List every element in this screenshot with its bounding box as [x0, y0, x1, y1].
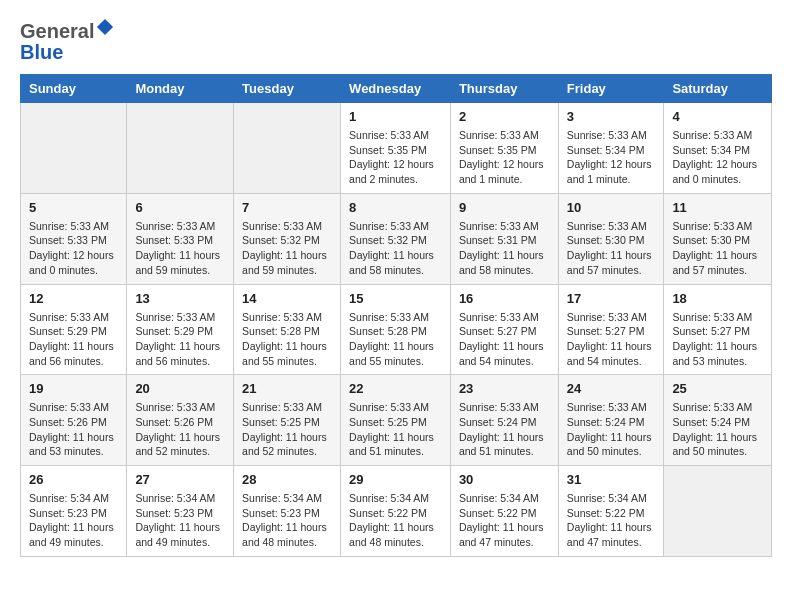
daylight-text: Daylight: 11 hours and 50 minutes.	[567, 430, 656, 459]
sunset-text: Sunset: 5:24 PM	[672, 415, 763, 430]
sunset-text: Sunset: 5:23 PM	[242, 506, 332, 521]
calendar-cell	[127, 103, 234, 194]
daylight-text: Daylight: 11 hours and 47 minutes.	[567, 520, 656, 549]
day-info: Sunrise: 5:33 AMSunset: 5:25 PMDaylight:…	[242, 400, 332, 459]
day-info: Sunrise: 5:33 AMSunset: 5:35 PMDaylight:…	[349, 128, 442, 187]
day-info: Sunrise: 5:33 AMSunset: 5:24 PMDaylight:…	[567, 400, 656, 459]
sunset-text: Sunset: 5:29 PM	[29, 324, 118, 339]
calendar-cell: 28Sunrise: 5:34 AMSunset: 5:23 PMDayligh…	[234, 466, 341, 557]
day-info: Sunrise: 5:33 AMSunset: 5:29 PMDaylight:…	[29, 310, 118, 369]
sunset-text: Sunset: 5:26 PM	[29, 415, 118, 430]
sunrise-text: Sunrise: 5:34 AM	[135, 491, 225, 506]
day-info: Sunrise: 5:34 AMSunset: 5:22 PMDaylight:…	[567, 491, 656, 550]
day-info: Sunrise: 5:33 AMSunset: 5:28 PMDaylight:…	[242, 310, 332, 369]
calendar-cell: 21Sunrise: 5:33 AMSunset: 5:25 PMDayligh…	[234, 375, 341, 466]
day-number: 10	[567, 200, 656, 215]
day-number: 31	[567, 472, 656, 487]
sunrise-text: Sunrise: 5:33 AM	[29, 219, 118, 234]
day-info: Sunrise: 5:34 AMSunset: 5:23 PMDaylight:…	[29, 491, 118, 550]
day-number: 24	[567, 381, 656, 396]
day-number: 27	[135, 472, 225, 487]
day-number: 14	[242, 291, 332, 306]
day-number: 17	[567, 291, 656, 306]
calendar-week-row: 1Sunrise: 5:33 AMSunset: 5:35 PMDaylight…	[21, 103, 772, 194]
calendar-week-row: 5Sunrise: 5:33 AMSunset: 5:33 PMDaylight…	[21, 193, 772, 284]
day-number: 28	[242, 472, 332, 487]
day-number: 7	[242, 200, 332, 215]
daylight-text: Daylight: 12 hours and 2 minutes.	[349, 157, 442, 186]
sunrise-text: Sunrise: 5:33 AM	[349, 310, 442, 325]
logo: General Blue	[20, 20, 114, 64]
sunset-text: Sunset: 5:24 PM	[567, 415, 656, 430]
calendar-cell: 4Sunrise: 5:33 AMSunset: 5:34 PMDaylight…	[664, 103, 772, 194]
daylight-text: Daylight: 11 hours and 59 minutes.	[242, 248, 332, 277]
day-number: 2	[459, 109, 550, 124]
sunrise-text: Sunrise: 5:34 AM	[349, 491, 442, 506]
day-info: Sunrise: 5:33 AMSunset: 5:27 PMDaylight:…	[459, 310, 550, 369]
sunset-text: Sunset: 5:22 PM	[459, 506, 550, 521]
calendar-cell: 25Sunrise: 5:33 AMSunset: 5:24 PMDayligh…	[664, 375, 772, 466]
calendar-cell: 2Sunrise: 5:33 AMSunset: 5:35 PMDaylight…	[450, 103, 558, 194]
daylight-text: Daylight: 11 hours and 52 minutes.	[242, 430, 332, 459]
calendar-cell: 16Sunrise: 5:33 AMSunset: 5:27 PMDayligh…	[450, 284, 558, 375]
day-info: Sunrise: 5:33 AMSunset: 5:28 PMDaylight:…	[349, 310, 442, 369]
daylight-text: Daylight: 11 hours and 51 minutes.	[459, 430, 550, 459]
sunrise-text: Sunrise: 5:34 AM	[459, 491, 550, 506]
calendar-header-row: SundayMondayTuesdayWednesdayThursdayFrid…	[21, 75, 772, 103]
daylight-text: Daylight: 11 hours and 56 minutes.	[135, 339, 225, 368]
sunrise-text: Sunrise: 5:34 AM	[242, 491, 332, 506]
day-info: Sunrise: 5:33 AMSunset: 5:32 PMDaylight:…	[242, 219, 332, 278]
day-info: Sunrise: 5:33 AMSunset: 5:34 PMDaylight:…	[672, 128, 763, 187]
sunset-text: Sunset: 5:29 PM	[135, 324, 225, 339]
sunrise-text: Sunrise: 5:33 AM	[459, 310, 550, 325]
calendar-cell: 15Sunrise: 5:33 AMSunset: 5:28 PMDayligh…	[341, 284, 451, 375]
sunset-text: Sunset: 5:32 PM	[349, 233, 442, 248]
day-number: 30	[459, 472, 550, 487]
day-number: 4	[672, 109, 763, 124]
calendar-cell: 19Sunrise: 5:33 AMSunset: 5:26 PMDayligh…	[21, 375, 127, 466]
weekday-header-sunday: Sunday	[21, 75, 127, 103]
day-info: Sunrise: 5:33 AMSunset: 5:29 PMDaylight:…	[135, 310, 225, 369]
calendar-cell: 12Sunrise: 5:33 AMSunset: 5:29 PMDayligh…	[21, 284, 127, 375]
calendar-cell: 7Sunrise: 5:33 AMSunset: 5:32 PMDaylight…	[234, 193, 341, 284]
day-info: Sunrise: 5:33 AMSunset: 5:24 PMDaylight:…	[459, 400, 550, 459]
sunset-text: Sunset: 5:33 PM	[135, 233, 225, 248]
calendar-week-row: 19Sunrise: 5:33 AMSunset: 5:26 PMDayligh…	[21, 375, 772, 466]
sunrise-text: Sunrise: 5:33 AM	[135, 310, 225, 325]
weekday-header-friday: Friday	[558, 75, 664, 103]
calendar-cell: 5Sunrise: 5:33 AMSunset: 5:33 PMDaylight…	[21, 193, 127, 284]
calendar-cell: 13Sunrise: 5:33 AMSunset: 5:29 PMDayligh…	[127, 284, 234, 375]
sunrise-text: Sunrise: 5:33 AM	[672, 128, 763, 143]
sunrise-text: Sunrise: 5:33 AM	[672, 219, 763, 234]
day-number: 25	[672, 381, 763, 396]
daylight-text: Daylight: 11 hours and 47 minutes.	[459, 520, 550, 549]
daylight-text: Daylight: 11 hours and 54 minutes.	[459, 339, 550, 368]
day-info: Sunrise: 5:33 AMSunset: 5:34 PMDaylight:…	[567, 128, 656, 187]
sunset-text: Sunset: 5:27 PM	[459, 324, 550, 339]
day-number: 21	[242, 381, 332, 396]
day-info: Sunrise: 5:33 AMSunset: 5:25 PMDaylight:…	[349, 400, 442, 459]
calendar-cell: 14Sunrise: 5:33 AMSunset: 5:28 PMDayligh…	[234, 284, 341, 375]
sunset-text: Sunset: 5:34 PM	[567, 143, 656, 158]
day-number: 20	[135, 381, 225, 396]
calendar-cell: 20Sunrise: 5:33 AMSunset: 5:26 PMDayligh…	[127, 375, 234, 466]
day-info: Sunrise: 5:33 AMSunset: 5:26 PMDaylight:…	[135, 400, 225, 459]
sunrise-text: Sunrise: 5:33 AM	[567, 310, 656, 325]
sunrise-text: Sunrise: 5:33 AM	[29, 400, 118, 415]
day-info: Sunrise: 5:33 AMSunset: 5:32 PMDaylight:…	[349, 219, 442, 278]
sunset-text: Sunset: 5:28 PM	[349, 324, 442, 339]
calendar-cell: 23Sunrise: 5:33 AMSunset: 5:24 PMDayligh…	[450, 375, 558, 466]
sunrise-text: Sunrise: 5:33 AM	[459, 128, 550, 143]
daylight-text: Daylight: 12 hours and 0 minutes.	[672, 157, 763, 186]
calendar-cell: 9Sunrise: 5:33 AMSunset: 5:31 PMDaylight…	[450, 193, 558, 284]
daylight-text: Daylight: 11 hours and 53 minutes.	[29, 430, 118, 459]
calendar-cell: 8Sunrise: 5:33 AMSunset: 5:32 PMDaylight…	[341, 193, 451, 284]
sunset-text: Sunset: 5:24 PM	[459, 415, 550, 430]
day-number: 26	[29, 472, 118, 487]
sunrise-text: Sunrise: 5:33 AM	[349, 128, 442, 143]
calendar-cell: 27Sunrise: 5:34 AMSunset: 5:23 PMDayligh…	[127, 466, 234, 557]
weekday-header-thursday: Thursday	[450, 75, 558, 103]
calendar-cell: 30Sunrise: 5:34 AMSunset: 5:22 PMDayligh…	[450, 466, 558, 557]
day-number: 3	[567, 109, 656, 124]
daylight-text: Daylight: 11 hours and 48 minutes.	[349, 520, 442, 549]
